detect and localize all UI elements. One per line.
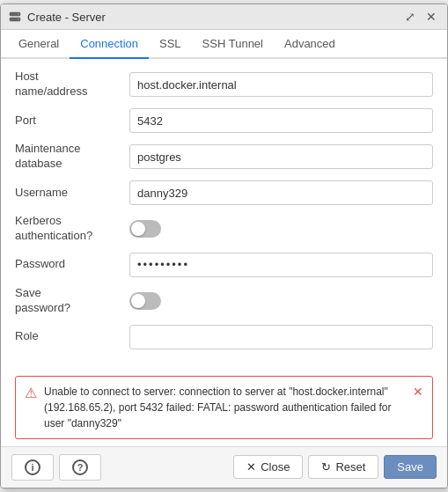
save-password-row: Savepassword? — [15, 286, 433, 316]
help-button[interactable]: ? — [59, 454, 101, 481]
save-label: Save — [397, 460, 423, 474]
kerberos-label: Kerberosauthentication? — [15, 214, 129, 244]
reset-label: Reset — [335, 460, 365, 474]
info-button[interactable]: i — [11, 454, 54, 481]
username-label: Username — [15, 186, 129, 201]
help-icon: ? — [72, 459, 88, 475]
password-input[interactable] — [129, 253, 433, 277]
close-button[interactable]: ✕ Close — [233, 455, 303, 479]
svg-point-2 — [18, 13, 19, 15]
host-label: Hostname/address — [15, 70, 129, 99]
password-label: Password — [15, 257, 129, 272]
close-label: Close — [261, 460, 290, 474]
host-input[interactable] — [129, 72, 433, 97]
role-row: Role — [15, 325, 433, 349]
tab-general[interactable]: General — [8, 30, 70, 59]
title-bar-left: Create - Server — [8, 10, 106, 24]
host-row: Hostname/address — [15, 70, 433, 99]
close-window-button[interactable]: ✕ — [422, 9, 440, 25]
tab-ssl[interactable]: SSL — [149, 30, 192, 59]
maintenance-db-input[interactable] — [129, 144, 433, 169]
error-close-button[interactable]: ✕ — [413, 385, 423, 399]
error-box: ⚠ Unable to connect to server: connectio… — [15, 376, 433, 439]
tab-advanced[interactable]: Advanced — [274, 30, 346, 59]
title-bar: Create - Server ⤢ ✕ — [1, 4, 447, 30]
footer: i ? ✕ Close ↻ Reset Save — [1, 446, 447, 488]
kerberos-toggle[interactable] — [129, 220, 161, 238]
port-label: Port — [15, 114, 129, 129]
window-title: Create - Server — [27, 11, 106, 24]
create-server-dialog: Create - Server ⤢ ✕ General Connection S… — [0, 4, 448, 488]
tabs-bar: General Connection SSL SSH Tunnel Advanc… — [1, 30, 447, 59]
footer-left: i ? — [11, 454, 101, 481]
reset-button[interactable]: ↻ Reset — [308, 455, 378, 479]
close-x-icon: ✕ — [246, 460, 256, 474]
username-input[interactable] — [129, 180, 433, 205]
tab-ssh-tunnel[interactable]: SSH Tunnel — [192, 30, 274, 59]
username-row: Username — [15, 180, 433, 205]
info-icon: i — [25, 459, 40, 475]
role-label: Role — [15, 329, 129, 344]
expand-button[interactable]: ⤢ — [401, 9, 419, 25]
save-password-toggle-knob — [131, 294, 145, 308]
error-message: Unable to connect to server: connection … — [44, 384, 406, 431]
reset-icon: ↻ — [321, 460, 331, 474]
server-icon — [8, 10, 22, 24]
save-password-label: Savepassword? — [15, 286, 129, 316]
kerberos-toggle-knob — [131, 222, 145, 236]
password-row: Password — [15, 253, 433, 277]
kerberos-row: Kerberosauthentication? — [15, 214, 433, 244]
port-input[interactable] — [129, 108, 433, 133]
maintenance-db-row: Maintenancedatabase — [15, 142, 433, 172]
maintenance-db-label: Maintenancedatabase — [15, 142, 129, 172]
footer-right: ✕ Close ↻ Reset Save — [233, 455, 437, 479]
save-button[interactable]: Save — [384, 455, 437, 479]
save-password-toggle[interactable] — [129, 292, 161, 310]
role-input[interactable] — [129, 325, 433, 349]
form-body: Hostname/address Port Maintenancedatabas… — [1, 59, 447, 368]
title-bar-controls: ⤢ ✕ — [401, 9, 440, 25]
port-row: Port — [15, 108, 433, 133]
error-warning-icon: ⚠ — [25, 385, 37, 401]
tab-connection[interactable]: Connection — [70, 30, 149, 59]
svg-point-3 — [18, 18, 19, 20]
